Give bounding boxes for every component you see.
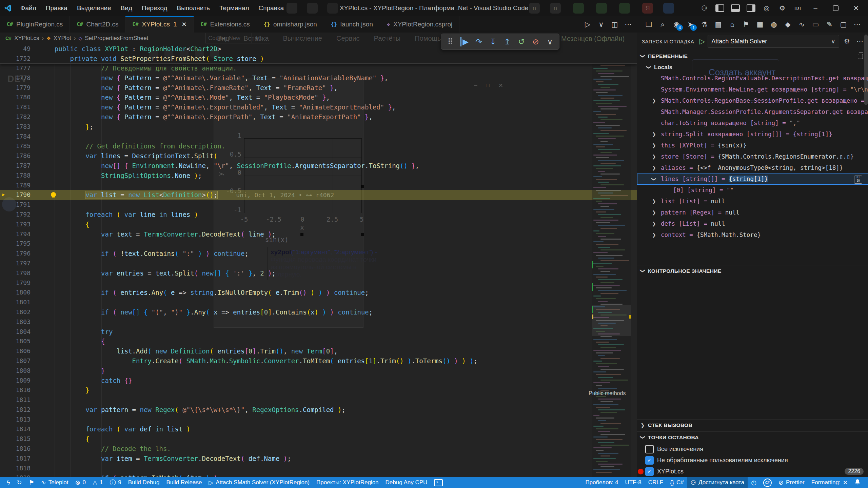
disconnect-button[interactable]: ⊘	[529, 35, 543, 48]
variable-row[interactable]: ❯string.Split возвращено [string[]] = {s…	[637, 129, 868, 140]
build-config-item[interactable]: Debug Any CPU	[382, 477, 431, 488]
debug-config-dropdown[interactable]: Attach SMath Solver ∨	[708, 35, 839, 48]
problems-warnings[interactable]: △1	[89, 477, 106, 488]
line-number[interactable]: 1801	[0, 298, 31, 307]
restart-button[interactable]: ↺	[514, 35, 529, 48]
debug-attach-item[interactable]: ▷Attach SMath Solver (XYPlotRegion)	[205, 477, 313, 488]
split-editor-button[interactable]: ◫	[609, 18, 621, 30]
bookmark-icon[interactable]: ⚑	[739, 18, 753, 31]
tab-Extensions.cs[interactable]: C#Extensions.cs	[194, 16, 257, 33]
flask-icon[interactable]: ⚗	[698, 18, 711, 31]
restore-button[interactable]	[827, 0, 845, 16]
debug-more-icon[interactable]: ⋯	[855, 37, 865, 45]
debug-settings-gear-icon[interactable]: ⚙	[842, 37, 852, 45]
section-watch[interactable]: ❯ КОНТРОЛЬНОЕ ЗНАЧЕНИЕ	[637, 265, 868, 277]
line-number[interactable]: 1819	[0, 473, 31, 477]
breakpoint-row[interactable]: ✓Не обработанные пользователем исключени…	[637, 455, 868, 466]
menu-Файл[interactable]: Файл	[16, 0, 41, 16]
expand-chevron-icon[interactable]: ❯	[652, 196, 656, 207]
menu-Терминал[interactable]: Терминал	[215, 0, 254, 16]
line-number[interactable]: 1778	[0, 73, 31, 83]
formatting-item[interactable]: Formatting:✕	[808, 477, 851, 488]
expand-chevron-icon[interactable]: ❯	[652, 218, 656, 229]
line-number[interactable]: 1798	[0, 268, 31, 278]
continue-button[interactable]: ▶	[457, 35, 472, 48]
clock-icon[interactable]: ◷	[748, 477, 760, 488]
line-number[interactable]: 1818	[0, 464, 31, 473]
search-icon[interactable]: ⌕	[656, 18, 669, 31]
breakpoint-row[interactable]: Все исключения	[637, 444, 868, 455]
variable-row[interactable]: ❯store [Store] = {SMath.Controls.Regions…	[637, 151, 868, 162]
tab-XYPlot.cs[interactable]: C#XYPlot.cs1✕	[125, 16, 194, 33]
line-number[interactable]: 1804	[0, 327, 31, 337]
eol-item[interactable]: CRLF	[645, 477, 667, 488]
projects-item[interactable]: Проекты: XYPlotRegion	[313, 477, 382, 488]
line-number[interactable]: 1817	[0, 454, 31, 464]
copilot-icon[interactable]: ⚇	[697, 2, 711, 14]
line-number[interactable]: 1799	[0, 278, 31, 288]
expand-chevron-icon[interactable]: ❯	[652, 95, 656, 106]
line-number[interactable]: 1815	[0, 434, 31, 444]
copilot-quota-item[interactable]: ⚇Достигнута квота	[687, 477, 748, 488]
menu-Правка[interactable]: Правка	[41, 0, 72, 16]
drag-handle-icon[interactable]: ⠿	[443, 35, 457, 48]
breakpoint-checkbox[interactable]: ✓	[645, 467, 654, 476]
sync-icon[interactable]: ↻	[14, 477, 25, 488]
minimize-button[interactable]: –	[806, 0, 825, 16]
menu-Справка[interactable]: Справка	[254, 0, 289, 16]
section-callstack[interactable]: ❯ СТЕК ВЫЗОВОВ	[637, 419, 868, 431]
variable-row[interactable]: ❯pattern [Regex] = null	[637, 207, 868, 218]
line-number[interactable]: 1802	[0, 307, 31, 317]
section-breakpoints[interactable]: ❯ ТОЧКИ ОСТАНОВА	[637, 431, 868, 444]
line-number[interactable]: 1791	[0, 200, 31, 210]
line-number[interactable]: 1784	[0, 132, 31, 142]
line-number[interactable]: 1785	[0, 141, 31, 151]
minimap[interactable]	[592, 44, 631, 477]
expand-chevron-icon[interactable]: ❯	[648, 177, 659, 181]
home-icon[interactable]: ⌂	[726, 18, 739, 31]
line-number[interactable]: 1806	[0, 346, 31, 356]
close-button[interactable]: ✕	[847, 0, 865, 16]
line-number[interactable]: 1816	[0, 444, 31, 454]
menu-Выделение[interactable]: Выделение	[72, 0, 116, 16]
line-number[interactable]: 1752	[0, 54, 31, 64]
toggle-secondary-sidebar-icon[interactable]	[744, 2, 758, 14]
line-number[interactable]: 49	[0, 44, 31, 54]
line-number[interactable]: 1810	[0, 385, 31, 395]
variable-row[interactable]: ❯this [XYPlot] = {sin(x)}	[637, 140, 868, 151]
csharp-status-icon[interactable]: C#	[760, 477, 775, 488]
step-into-button[interactable]: ↧	[486, 35, 500, 48]
language-item[interactable]: {}C#	[667, 477, 687, 488]
line-number[interactable]: 1814	[0, 424, 31, 434]
expand-chevron-icon[interactable]: ❯	[652, 140, 656, 151]
account-icon[interactable]: ◉4	[670, 18, 683, 31]
toolbar-chevron-icon[interactable]: ∨	[543, 35, 557, 48]
tab-PluginRegion.cs[interactable]: C#PluginRegion.cs	[0, 16, 70, 33]
line-number[interactable]: 1800	[0, 288, 31, 298]
variable-row[interactable]: ❯aliases = {<>f__AnonymousType0<string, …	[637, 162, 868, 174]
breadcrumb-file[interactable]: XYPlot.cs	[14, 35, 39, 42]
line-number[interactable]: 1780	[0, 93, 31, 102]
line-number[interactable]: 1811	[0, 395, 31, 405]
diamond-icon[interactable]: ◆	[781, 18, 794, 31]
line-number[interactable]: 1783	[0, 122, 31, 132]
build-release-item[interactable]: Build Release	[163, 477, 205, 488]
code-editor[interactable]: DEV 10.50-0.5-1-5-2.502.55 y x sin(x) xy…	[0, 44, 637, 477]
line-number[interactable]: 1782	[0, 112, 31, 122]
menu-Выполнить[interactable]: Выполнить	[172, 0, 215, 16]
line-number[interactable]: 1809	[0, 376, 31, 386]
notebook-icon[interactable]: ▤	[712, 18, 725, 31]
line-number[interactable]: 1805	[0, 337, 31, 346]
breakpoint-checkbox[interactable]: ✓	[645, 456, 654, 465]
expand-chevron-icon[interactable]: ❯	[652, 129, 656, 140]
globe-icon[interactable]: ◍	[767, 18, 781, 31]
wave-icon[interactable]: ∿	[795, 18, 808, 31]
indentation-item[interactable]: Пробелов: 4	[582, 477, 622, 488]
line-number[interactable]: 1788	[0, 171, 31, 181]
breadcrumb-class[interactable]: XYPlot	[54, 35, 71, 42]
expand-chevron-icon[interactable]: ❯	[652, 207, 656, 218]
variable-row[interactable]: ❯context = {SMath.Math.Store}	[637, 229, 868, 241]
tab-Chart2D.cs[interactable]: C#Chart2D.cs	[70, 16, 125, 33]
editor-more-button[interactable]: ⋯	[622, 18, 634, 30]
teleplot-item[interactable]: ∿Teleplot	[38, 477, 72, 488]
